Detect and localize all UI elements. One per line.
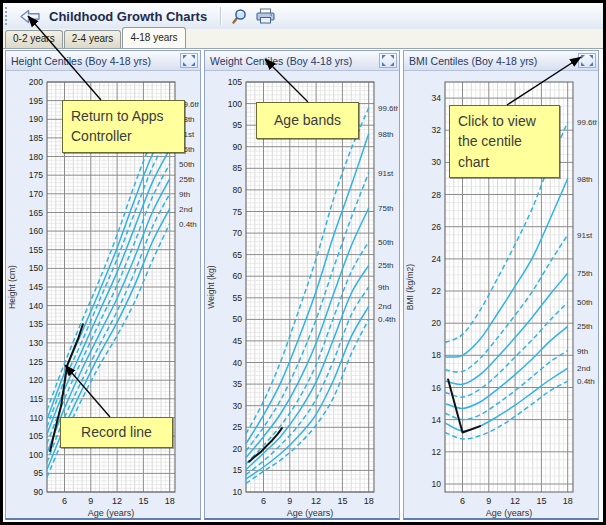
svg-text:6: 6 [62,496,67,506]
svg-text:10: 10 [233,487,243,497]
svg-text:9th: 9th [577,347,588,356]
svg-text:12: 12 [112,496,122,506]
svg-text:BMI (kg/m2): BMI (kg/m2) [405,264,415,310]
svg-text:6: 6 [460,496,465,506]
svg-text:99.6th: 99.6th [378,104,398,113]
svg-text:15: 15 [233,465,243,475]
svg-text:95: 95 [233,120,243,130]
svg-text:Age (years): Age (years) [287,508,334,518]
svg-text:12: 12 [311,496,321,506]
svg-text:20: 20 [432,318,442,328]
panel-title-bmi: BMI Centiles (Boy 4-18 yrs) [409,55,537,67]
svg-text:2nd: 2nd [577,364,590,373]
svg-text:95: 95 [34,468,44,478]
svg-text:195: 195 [29,96,43,106]
expand-chart-button-weight[interactable] [379,53,397,68]
expand-chart-button-bmi[interactable] [578,53,596,68]
svg-text:18: 18 [165,496,175,506]
panel-title-weight: Weight Centiles (Boy 4-18 yrs) [210,55,352,67]
svg-text:Age (years): Age (years) [486,508,533,518]
svg-text:75th: 75th [577,269,593,278]
svg-text:9th: 9th [378,283,389,292]
svg-text:125: 125 [29,357,43,367]
svg-text:Height (cm): Height (cm) [7,265,17,309]
zoom-button[interactable] [228,7,251,26]
panel-title-height: Height Centiles (Boy 4-18 yrs) [11,55,151,67]
svg-text:9: 9 [486,496,491,506]
svg-text:100: 100 [29,450,43,460]
toolbar-separator [220,7,222,25]
panel-header-height: Height Centiles (Boy 4-18 yrs) [6,51,200,71]
svg-text:170: 170 [29,189,43,199]
svg-text:70: 70 [233,228,243,238]
svg-text:98th: 98th [577,175,593,184]
panel-header-weight: Weight Centiles (Boy 4-18 yrs) [205,51,399,71]
printer-icon [256,8,275,24]
svg-text:6: 6 [261,496,266,506]
tab-0-2-years[interactable]: 0-2 years [5,30,63,48]
expand-arrows-icon [581,55,593,66]
toolbar-grip-handle[interactable] [5,7,11,25]
svg-text:50th: 50th [577,298,593,307]
svg-text:12: 12 [432,447,442,457]
tab-2-4-years[interactable]: 2-4 years [64,30,122,48]
magnifier-icon [231,8,248,25]
svg-text:110: 110 [29,413,43,423]
svg-text:55: 55 [233,293,243,303]
toolbar: Childhood Growth Charts [3,3,603,30]
svg-text:34: 34 [432,93,442,103]
svg-text:35: 35 [233,379,243,389]
back-button[interactable] [16,8,44,25]
note-return-to-apps: Return to Apps Controller [62,100,185,153]
svg-text:0.4th: 0.4th [577,377,595,386]
expand-chart-button-height[interactable] [180,53,198,68]
svg-text:135: 135 [29,319,43,329]
svg-text:165: 165 [29,208,43,218]
svg-text:45: 45 [233,336,243,346]
svg-text:145: 145 [29,282,43,292]
svg-text:22: 22 [432,286,442,296]
svg-text:14: 14 [432,415,442,425]
tab-4-18-years[interactable]: 4-18 years [122,27,185,48]
svg-text:20: 20 [233,444,243,454]
note-click-to-view: Click to view the centile chart [449,105,560,178]
svg-text:50th: 50th [179,160,195,169]
svg-text:0.4th: 0.4th [179,220,197,229]
svg-text:175: 175 [29,170,43,180]
svg-text:0.4th: 0.4th [378,315,396,324]
svg-text:Weight (kg): Weight (kg) [206,265,216,308]
svg-text:15: 15 [138,496,148,506]
svg-text:105: 105 [29,431,43,441]
svg-text:40: 40 [233,358,243,368]
svg-text:155: 155 [29,245,43,255]
svg-text:9: 9 [88,496,93,506]
app-title: Childhood Growth Charts [49,9,207,24]
svg-text:120: 120 [29,375,43,385]
svg-text:18: 18 [563,496,573,506]
svg-text:65: 65 [233,250,243,260]
svg-text:50: 50 [233,314,243,324]
svg-text:10: 10 [432,479,442,489]
svg-text:115: 115 [29,394,43,404]
svg-text:185: 185 [29,133,43,143]
svg-text:60: 60 [233,271,243,281]
svg-text:25th: 25th [577,322,593,331]
svg-text:98th: 98th [378,130,394,139]
expand-arrows-icon [183,55,195,66]
svg-text:200: 200 [29,77,43,87]
svg-text:24: 24 [432,254,442,264]
print-button[interactable] [253,7,278,25]
svg-text:91st: 91st [577,231,593,240]
svg-text:Age (years): Age (years) [88,508,135,518]
svg-text:75th: 75th [378,204,394,213]
panel-header-bmi: BMI Centiles (Boy 4-18 yrs) [404,51,598,71]
svg-text:2nd: 2nd [378,302,391,311]
svg-text:160: 160 [29,226,43,236]
svg-text:90: 90 [233,142,243,152]
svg-text:99.6th: 99.6th [577,118,597,127]
svg-text:30: 30 [432,157,442,167]
svg-text:85: 85 [233,163,243,173]
app-window: Childhood Growth Charts [0,0,606,525]
note-record-line: Record line [60,417,173,448]
svg-text:91st: 91st [378,169,394,178]
